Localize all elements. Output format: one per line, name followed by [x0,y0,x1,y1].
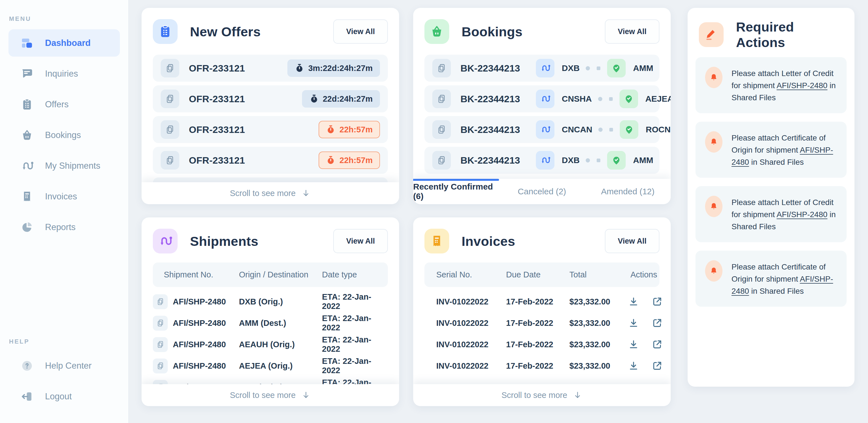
booking-row[interactable]: BK-22344213 DXB AMM [425,55,659,82]
copy-icon[interactable] [432,59,451,78]
tab-recently-confirmed[interactable]: Recently Confirmed (6) [413,179,499,204]
external-link-icon[interactable] [651,296,663,307]
view-all-button[interactable]: View All [605,20,659,44]
booking-row[interactable]: BK-22344213 CNCAN ROCND [425,116,659,143]
view-all-button[interactable]: View All [333,229,388,253]
card-title: Required Actions [736,19,843,50]
offer-row[interactable]: OFR-233121 22h:57m [153,116,388,143]
required-action-item: Please attach Letter of Credit for shipm… [695,186,847,242]
timer-badge-urgent: 22h:57m [319,121,380,138]
copy-icon[interactable] [161,59,179,78]
sidebar-item-reports[interactable]: Reports [8,213,120,241]
timer-value: 3m:22d:24h:27m [308,64,373,73]
card-title: Bookings [462,24,523,39]
download-icon[interactable] [628,360,640,372]
new-offers-card: New Offers View All OFR-233121 3m:22d:24… [142,8,399,204]
booking-id: BK-22344213 [461,124,536,135]
copy-icon[interactable] [432,151,451,170]
required-action-item: Please attach Certificate of Origin for … [695,251,847,307]
sidebar-item-label: Help Center [45,361,91,371]
scroll-hint: Scroll to see more [142,384,399,406]
external-link-icon[interactable] [651,360,663,372]
copy-icon[interactable] [153,294,168,309]
sidebar-item-invoices[interactable]: Invoices [8,183,120,210]
external-link-icon[interactable] [651,317,663,329]
table-row[interactable]: INV-01022022 17-Feb-2022 $23,332.00 [425,334,659,355]
copy-icon[interactable] [153,337,168,352]
copy-icon[interactable] [161,120,179,139]
logout-icon [20,390,34,403]
table-row[interactable]: AFI/SHP-2480 DXB (Orig.) ETA: 22-Jan-202… [153,291,388,312]
sidebar-item-inquiries[interactable]: Inquiries [8,60,120,87]
sidebar-item-label: My Shipments [45,161,100,171]
route-progress [598,128,613,132]
offer-row[interactable]: OFR-233121 22d:24h:27m [153,85,388,112]
tab-canceled[interactable]: Canceled (2) [499,179,585,204]
required-action-item: Please attach Certificate of Origin for … [695,122,847,178]
copy-icon[interactable] [161,90,179,108]
sidebar-item-logout[interactable]: Logout [8,383,120,410]
booking-row[interactable]: BK-22344213 DXB AMM [425,147,659,174]
shipment-link[interactable]: AFI/SHP-2480 [777,210,828,219]
required-action-text: Please attach Letter of Credit for shipm… [732,67,838,103]
invoice-serial: INV-01022022 [436,297,506,306]
tab-amended[interactable]: Amended (12) [585,179,671,204]
invoice-due-date: 17-Feb-2022 [506,340,569,349]
origin-destination: AEJEA (Orig.) [239,361,322,371]
external-link-icon[interactable] [651,338,663,350]
shipment-no: AFI/SHP-2480 [173,361,239,371]
sidebar-item-label: Invoices [45,191,77,202]
required-action-item: Please attach Letter of Credit for shipm… [695,57,847,113]
download-icon[interactable] [628,338,640,350]
date-type: ETA: 22-Jan-2022 [322,335,388,354]
copy-icon[interactable] [153,359,168,373]
table-row[interactable]: INV-01022022 17-Feb-2022 $23,332.00 [425,291,659,312]
pin-check-icon [607,151,626,170]
route-icon [153,229,178,253]
column-header: Serial No. [436,270,506,279]
column-header: Total [569,270,628,279]
offer-row[interactable]: OFR-233121 22h:57m [153,147,388,174]
invoices-header: Invoices View All [413,217,671,253]
date-type: ETA: 22-Jan-2022 [322,292,388,311]
sidebar-item-offers[interactable]: Offers [8,91,120,118]
sidebar-item-dashboard[interactable]: Dashboard [8,29,120,57]
offer-row[interactable]: OFR-233121 3m:22d:24h:27m [153,55,388,82]
copy-icon[interactable] [432,120,451,139]
question-icon [20,359,34,372]
scroll-hint-label: Scroll to see more [501,391,567,400]
sidebar: MENU Dashboard Inquiries Offers Bookings… [0,0,129,423]
sidebar-item-bookings[interactable]: Bookings [8,121,120,149]
sidebar-item-my-shipments[interactable]: My Shipments [8,152,120,179]
route-icon [536,120,554,139]
menu-section-label: MENU [9,15,120,23]
download-icon[interactable] [628,317,640,329]
pie-chart-icon [20,220,34,234]
scroll-hint-label: Scroll to see more [230,189,296,198]
column-header: Actions [628,270,659,279]
table-row[interactable]: AFI/SHP-2480 AEJEA (Orig.) ETA: 22-Jan-2… [153,355,388,376]
sidebar-item-help-center[interactable]: Help Center [8,352,120,379]
view-all-button[interactable]: View All [333,20,388,44]
shipment-link[interactable]: AFI/SHP-2480 [777,81,828,90]
timer-badge: 22d:24h:27m [302,90,380,108]
download-icon[interactable] [628,296,640,307]
copy-icon[interactable] [161,151,179,170]
date-type: ETA: 22-Jan-2022 [322,357,388,375]
basket-icon [20,128,34,142]
table-row[interactable]: INV-01022022 17-Feb-2022 $23,332.00 [425,312,659,334]
invoice-total: $23,332.00 [569,361,628,371]
table-row[interactable]: INV-01022022 17-Feb-2022 $23,332.00 [425,355,659,376]
dashboard-icon [20,36,34,50]
view-all-button[interactable]: View All [605,229,659,253]
receipt-icon [425,229,449,253]
sidebar-item-label: Dashboard [45,38,91,48]
table-row[interactable]: AFI/SHP-2480 AEAUH (Orig.) ETA: 22-Jan-2… [153,334,388,355]
required-action-text: Please attach Certificate of Origin for … [732,131,838,168]
copy-icon[interactable] [153,316,168,331]
booking-row[interactable]: BK-22344213 CNSHA AEJEA [425,85,659,112]
route-icon [536,59,554,78]
booking-id: BK-22344213 [461,63,536,74]
copy-icon[interactable] [432,90,451,108]
table-row[interactable]: AFI/SHP-2480 AMM (Dest.) ETA: 22-Jan-202… [153,312,388,334]
